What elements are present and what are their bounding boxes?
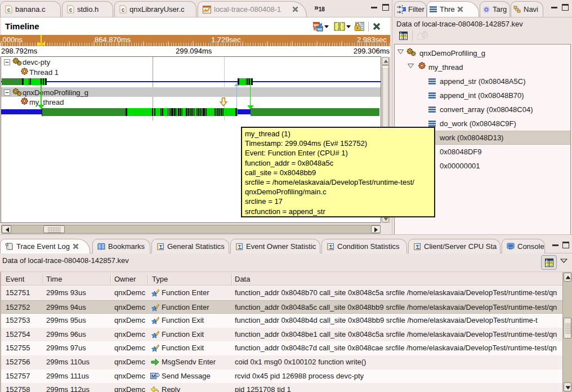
svg-text:Σ: Σ (159, 244, 163, 250)
svg-text:Σ: Σ (416, 244, 420, 250)
svg-text:c: c (69, 7, 73, 13)
svg-text:Σ: Σ (238, 244, 242, 250)
svg-text:Σ: Σ (329, 244, 333, 250)
svg-text:c: c (122, 7, 125, 13)
svg-text:c: c (7, 7, 11, 13)
svg-text:M: M (151, 373, 156, 379)
